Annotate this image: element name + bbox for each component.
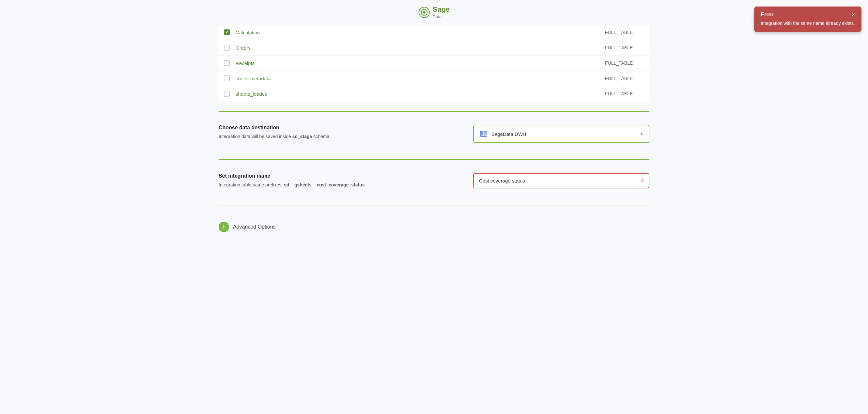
row-type-receipts: FULL_TABLE (605, 60, 644, 66)
destination-schema: sd_stage (292, 134, 312, 139)
row-name-calculation[interactable]: Calculation (236, 30, 605, 35)
destination-dropdown[interactable]: SageData DWH ▼ (473, 125, 649, 143)
table-section: Calculation FULL_TABLE Orders FULL_TABLE… (219, 25, 649, 101)
integration-input-wrapper: × (473, 173, 649, 188)
table-row: Receipts FULL_TABLE (219, 56, 649, 71)
row-name-sheets-loaded[interactable]: sheets_loaded (236, 91, 605, 97)
add-advanced-button[interactable]: + (219, 222, 229, 232)
chevron-down-icon: ▼ (640, 131, 644, 136)
integration-prefix-value: sd__gsheets__cost_coverage_status (284, 182, 365, 187)
checkbox-icon-unchecked[interactable] (224, 76, 230, 81)
row-name-sheet-metadata[interactable]: sheet_metadata (236, 76, 605, 81)
checkbox-icon-unchecked[interactable] (224, 45, 230, 51)
destination-desc: Integration data will be saved inside sd… (219, 133, 460, 140)
checkbox-receipts[interactable] (224, 60, 236, 66)
svg-point-2 (423, 11, 425, 13)
error-message: Integration with the same name already e… (761, 20, 855, 27)
destination-left: Choose data destination Integration data… (219, 125, 460, 140)
destination-section: Choose data destination Integration data… (219, 121, 649, 150)
checkbox-sheets-loaded[interactable] (224, 91, 236, 97)
integration-name-input[interactable] (474, 174, 649, 188)
row-name-orders[interactable]: Orders (236, 45, 605, 51)
advanced-options-label: Advanced Options (233, 224, 276, 230)
checkbox-icon-unchecked[interactable] (224, 91, 230, 97)
destination-title: Choose data destination (219, 125, 460, 130)
table-row: Calculation FULL_TABLE (219, 25, 649, 40)
checkbox-orders[interactable] (224, 45, 236, 51)
checkbox-calculation[interactable] (224, 29, 236, 35)
checkbox-icon-checked[interactable] (224, 29, 230, 35)
error-title: Error (761, 12, 773, 18)
table-row: sheet_metadata FULL_TABLE (219, 71, 649, 86)
clear-input-button[interactable]: × (641, 178, 644, 184)
table-row: Orders FULL_TABLE (219, 40, 649, 56)
integration-name-title: Set integration name (219, 173, 460, 179)
section-divider-1 (219, 111, 649, 112)
advanced-options-section: + Advanced Options (219, 215, 649, 239)
checkbox-sheet-metadata[interactable] (224, 76, 236, 81)
row-type-orders: FULL_TABLE (605, 45, 644, 50)
error-notification: Error × Integration with the same name a… (754, 6, 862, 32)
integration-name-right: × (473, 173, 649, 188)
integration-name-desc: Integration table name prefixes: sd__gsh… (219, 181, 460, 188)
svg-rect-7 (484, 134, 486, 136)
destination-dropdown-left: SageData DWH (479, 129, 526, 139)
section-divider-3 (219, 205, 649, 205)
logo: Sage Data (418, 5, 450, 20)
integration-prefix-label: Integration table name prefixes: (219, 182, 284, 187)
row-type-sheet-metadata: FULL_TABLE (605, 76, 644, 81)
destination-dropdown-value: SageData DWH (491, 131, 526, 137)
destination-desc-prefix: Integration data will be saved inside (219, 134, 292, 139)
destination-desc-suffix: schema. (312, 134, 331, 139)
svg-rect-6 (484, 132, 486, 134)
header: Sage Data (219, 0, 649, 25)
logo-icon (418, 6, 430, 18)
database-icon (479, 129, 488, 139)
integration-name-left: Set integration name Integration table n… (219, 173, 460, 188)
row-type-calculation: FULL_TABLE (605, 30, 644, 35)
table-row: sheets_loaded FULL_TABLE (219, 86, 649, 101)
row-type-sheets-loaded: FULL_TABLE (605, 91, 644, 96)
svg-rect-5 (481, 132, 483, 136)
integration-name-section: Set integration name Integration table n… (219, 170, 649, 195)
destination-right: SageData DWH ▼ (473, 125, 649, 143)
logo-subtext: Data (433, 14, 441, 19)
row-name-receipts[interactable]: Receipts (236, 60, 605, 66)
checkbox-icon-unchecked[interactable] (224, 60, 230, 66)
section-divider-2 (219, 159, 649, 160)
error-close-button[interactable]: × (851, 12, 855, 18)
logo-text: Sage (433, 5, 450, 14)
